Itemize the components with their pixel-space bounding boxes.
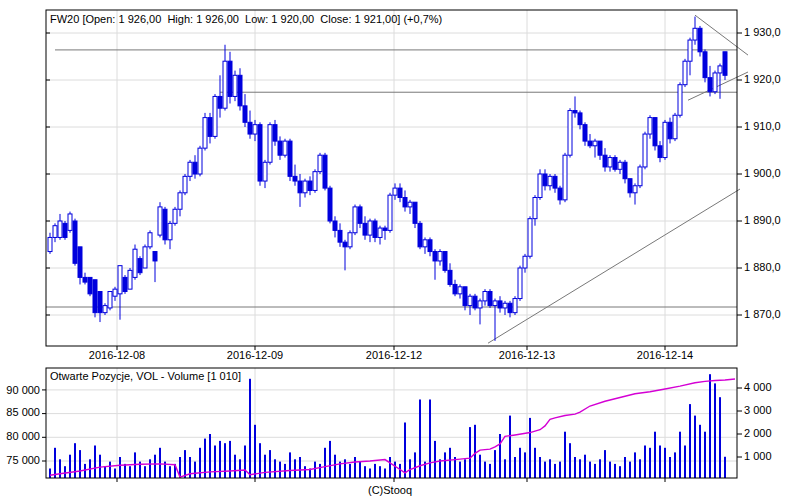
candle-body <box>608 158 612 167</box>
volume-bar <box>84 464 86 478</box>
candle-body <box>493 301 497 306</box>
volume-bar <box>489 464 491 478</box>
candle-body <box>328 188 332 221</box>
candle-body <box>508 303 512 312</box>
candle-body <box>273 125 277 141</box>
candle-body <box>133 249 137 277</box>
candle-body <box>578 113 582 125</box>
candle-body <box>113 289 117 296</box>
candle-body <box>68 214 72 230</box>
volume-bar <box>299 457 301 478</box>
candle-body <box>603 155 607 167</box>
volume-bar <box>269 450 271 478</box>
candle-body <box>673 115 677 139</box>
candle-body <box>418 223 422 247</box>
volume-bar <box>614 464 616 478</box>
candle-body <box>368 221 372 235</box>
candle-body <box>643 134 647 167</box>
volume-bar <box>699 425 701 478</box>
volume-bar <box>319 464 321 478</box>
candle-body <box>248 122 252 134</box>
candle-body <box>98 292 102 313</box>
volume-bar <box>604 450 606 478</box>
volume-bar <box>149 459 151 478</box>
candle-body <box>433 252 437 261</box>
candle-body <box>388 195 392 230</box>
candle-body <box>333 221 337 230</box>
candle-body <box>53 226 57 238</box>
volume-bar <box>444 452 446 478</box>
candle-body <box>163 209 167 240</box>
candle-body <box>638 167 642 186</box>
volume-bar <box>659 446 661 479</box>
volume-bar <box>429 400 431 479</box>
candle-body <box>88 277 92 293</box>
volume-bar <box>554 464 556 478</box>
volume-bar <box>354 457 356 478</box>
volume-bar <box>144 466 146 478</box>
contracts-axis-label-4000: 4 000 <box>744 381 772 394</box>
candle-body <box>138 259 142 273</box>
date-label-2016-12-09: 2016-12-09 <box>220 349 290 362</box>
chart-canvas <box>0 0 800 500</box>
candle-body <box>618 162 622 169</box>
volume-bar <box>674 452 676 478</box>
price-axis-label-1870: 1 870,0 <box>744 308 781 321</box>
candle-body <box>553 176 557 188</box>
candle-body <box>448 270 452 284</box>
volume-bar <box>69 455 71 478</box>
candle-body <box>443 252 447 271</box>
volume-bar <box>74 443 76 478</box>
volume-bar <box>709 374 711 478</box>
candle-body <box>683 61 687 84</box>
volume-bar <box>579 459 581 478</box>
volume-bar <box>119 457 121 478</box>
candle-body <box>633 186 637 193</box>
candle-body <box>153 252 157 261</box>
candle-body <box>363 223 367 235</box>
candle-body <box>253 125 257 134</box>
candle-body <box>268 125 272 163</box>
candle-body <box>323 155 327 188</box>
candle-body <box>78 247 82 278</box>
candle-body <box>238 75 242 106</box>
volume-bar <box>629 462 631 478</box>
candle-body <box>343 242 347 247</box>
volume-bar <box>519 448 521 478</box>
candle-body <box>393 188 397 195</box>
volume-bar <box>719 397 721 478</box>
volume-bar <box>229 441 231 478</box>
candle-body <box>243 106 247 122</box>
volume-bar <box>494 450 496 478</box>
candle-body <box>678 85 682 116</box>
candle-body <box>558 188 562 200</box>
candle-body <box>293 176 297 181</box>
candle-body <box>143 247 147 268</box>
candle-body <box>533 198 537 219</box>
volume-axis-label-80000: 80 000 <box>0 430 40 443</box>
candle-body <box>663 122 667 157</box>
volume-bar <box>314 462 316 478</box>
candle-body <box>478 301 482 308</box>
contracts-axis-label-1000: 1 000 <box>744 450 772 463</box>
volume-bar <box>654 432 656 478</box>
candle-body <box>303 181 307 193</box>
volume-bar <box>294 459 296 478</box>
volume-bar <box>189 457 191 478</box>
volume-bar <box>169 466 171 478</box>
chart-title-ohlc: FW20 [Open: 1 926,00 High: 1 926,00 Low:… <box>50 13 442 26</box>
volume-bar <box>434 441 436 478</box>
volume-bar <box>334 455 336 478</box>
candle-body <box>128 270 132 289</box>
volume-bar <box>634 452 636 478</box>
candle-body <box>658 146 662 158</box>
candle-body <box>458 287 462 294</box>
trend-line <box>688 72 748 100</box>
volume-bar <box>384 469 386 479</box>
candle-body <box>563 155 567 200</box>
candle-body <box>358 207 362 223</box>
candle-body <box>213 96 217 136</box>
volume-bar <box>214 446 216 479</box>
candle-body <box>423 240 427 247</box>
volume-bar <box>439 459 441 478</box>
